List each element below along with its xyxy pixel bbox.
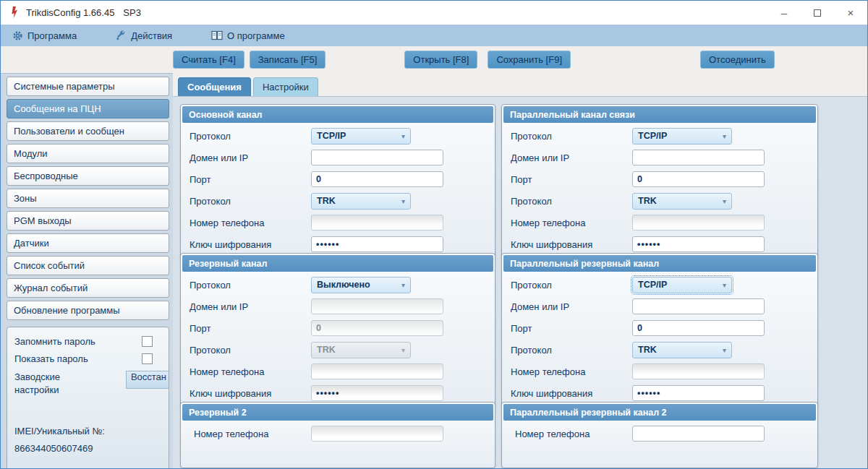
field-label: Протокол (190, 280, 311, 291)
sidebar-item-firmware-update[interactable]: Обновление программы (7, 301, 169, 320)
encryption-key-input[interactable] (311, 236, 443, 252)
book-icon (211, 30, 223, 40)
field-label: Протокол (511, 196, 632, 207)
field-label: Протокол (511, 131, 632, 142)
main-area: Сообщения Настройки Основной канал Прото… (173, 73, 867, 468)
remember-password-label: Запомнить пароль (14, 336, 95, 347)
phone-number-input[interactable] (632, 215, 765, 231)
maximize-icon (814, 9, 821, 17)
panel-title: Параллельный резервный канал (503, 255, 816, 272)
tab-settings[interactable]: Настройки (253, 77, 318, 96)
show-password-checkbox[interactable] (142, 353, 153, 364)
phone-number-input[interactable] (632, 363, 765, 379)
encryption-key-input[interactable] (311, 385, 443, 401)
domain-ip-input[interactable] (311, 298, 443, 314)
disconnect-button[interactable]: Отсоединить (700, 51, 775, 69)
phone-number-input[interactable] (311, 426, 443, 442)
menu-program[interactable]: Программа (12, 30, 77, 41)
panel-parallel-backup-channel: Параллельный резервный канал Протокол TC… (501, 253, 818, 408)
chevron-down-icon: ▾ (723, 346, 726, 354)
port-input[interactable] (311, 171, 443, 187)
sidebar-item-zones[interactable]: Зоны (7, 189, 169, 208)
chevron-down-icon: ▾ (723, 197, 726, 205)
panel-primary-channel: Основной канал Протокол TCP/IP▾ Домен ил… (180, 104, 495, 259)
backup-protocol-select[interactable]: TRK▾ (311, 342, 411, 358)
field-label: Номер телефона (511, 429, 632, 439)
field-label: Протокол (190, 131, 311, 142)
port-input[interactable] (632, 320, 765, 336)
show-password-row: Показать пароль (14, 353, 161, 364)
backup-protocol-select[interactable]: TRK▾ (632, 193, 732, 210)
tab-messages[interactable]: Сообщения (178, 77, 251, 96)
domain-ip-input[interactable] (632, 150, 765, 165)
protocol-select[interactable]: TCP/IP▾ (311, 128, 411, 145)
panel-parallel-channel: Параллельный канал связи Протокол TCP/IP… (501, 104, 818, 259)
sidebar-item-sensors[interactable]: Датчики (7, 233, 169, 253)
write-button[interactable]: Записать [F5] (250, 51, 326, 69)
port-input[interactable] (311, 320, 443, 336)
menu-actions[interactable]: Действия (116, 30, 172, 41)
maximize-button[interactable] (801, 1, 834, 25)
window-title-edition: SP3 (123, 7, 141, 18)
menu-about[interactable]: О программе (211, 30, 285, 41)
window-controls: – × (767, 1, 867, 25)
imei-value: 866344050607469 (14, 443, 161, 454)
wrench-icon (116, 30, 127, 41)
field-label: Протокол (190, 345, 311, 356)
sidebar-item-users-and-messages[interactable]: Пользователи и сообщен (7, 121, 169, 141)
body: Системные параметры Сообщения на ПЦН Пол… (1, 73, 867, 468)
window-title: TrikdisConfig 1.66.45 (26, 7, 114, 18)
encryption-key-input[interactable] (632, 236, 765, 252)
chevron-down-icon: ▾ (401, 132, 405, 140)
field-label: Порт (511, 323, 632, 334)
chevron-down-icon: ▾ (401, 281, 405, 289)
restore-button[interactable]: Восстан (126, 371, 169, 389)
app-window: TrikdisConfig 1.66.45 SP3 – × Программа … (0, 0, 868, 469)
field-label: Порт (190, 174, 311, 185)
sidebar-item-event-list[interactable]: Список событий (7, 256, 169, 275)
sidebar-item-system-params[interactable]: Системные параметры (7, 77, 169, 96)
backup-protocol-select[interactable]: TRK▾ (311, 193, 411, 210)
panel-backup-channel: Резервный канал Протокол Выключено▾ Доме… (180, 253, 495, 408)
imei-label: IMEI/Уникальный №: (14, 426, 161, 436)
port-input[interactable] (632, 171, 765, 187)
domain-ip-input[interactable] (632, 298, 765, 314)
read-button[interactable]: Считать [F4] (173, 51, 244, 69)
title-bar: TrikdisConfig 1.66.45 SP3 – × (1, 1, 867, 25)
sidebar-item-event-log[interactable]: Журнал событий (7, 278, 169, 298)
app-icon (9, 7, 20, 19)
factory-settings-label: Заводские настройки (14, 371, 81, 397)
protocol-select[interactable]: TCP/IP▾ (632, 128, 732, 145)
close-icon: × (848, 7, 854, 19)
minimize-icon: – (781, 7, 787, 19)
field-label: Домен или IP (511, 301, 632, 312)
encryption-key-input[interactable] (632, 385, 765, 401)
open-button[interactable]: Открыть [F8] (404, 51, 477, 69)
field-label: Протокол (511, 345, 632, 356)
field-label: Протокол (511, 280, 632, 291)
sidebar-item-pgm-outputs[interactable]: PGM выходы (7, 211, 169, 231)
close-button[interactable]: × (834, 1, 867, 25)
toolbar: Считать [F4] Записать [F5] Открыть [F8] … (1, 46, 867, 73)
sidebar-item-messages-to-cms[interactable]: Сообщения на ПЦН (7, 99, 169, 119)
protocol-select[interactable]: Выключено▾ (311, 277, 411, 293)
phone-number-input[interactable] (311, 215, 443, 231)
panel-backup-2: Резервный 2 Номер телефона (180, 402, 495, 468)
chevron-down-icon: ▾ (723, 132, 726, 140)
protocol-select[interactable]: TCP/IP▾ (632, 277, 732, 293)
phone-number-input[interactable] (311, 363, 443, 379)
field-label: Ключ шифрования (511, 388, 632, 399)
minimize-button[interactable]: – (767, 1, 801, 25)
factory-settings-row: Заводские настройки Восстан (14, 371, 161, 397)
field-label: Порт (190, 323, 311, 334)
backup-protocol-select[interactable]: TRK▾ (632, 342, 732, 358)
remember-password-checkbox[interactable] (142, 336, 153, 347)
phone-number-input[interactable] (632, 426, 765, 442)
sidebar-item-wireless[interactable]: Беспроводные (7, 166, 169, 186)
panel-title: Параллельный канал связи (503, 106, 816, 123)
field-label: Ключ шифрования (190, 239, 311, 250)
sidebar-item-modules[interactable]: Модули (7, 144, 169, 163)
domain-ip-input[interactable] (311, 150, 443, 165)
menu-program-label: Программа (27, 30, 77, 41)
save-button[interactable]: Сохранить [F9] (488, 51, 571, 69)
